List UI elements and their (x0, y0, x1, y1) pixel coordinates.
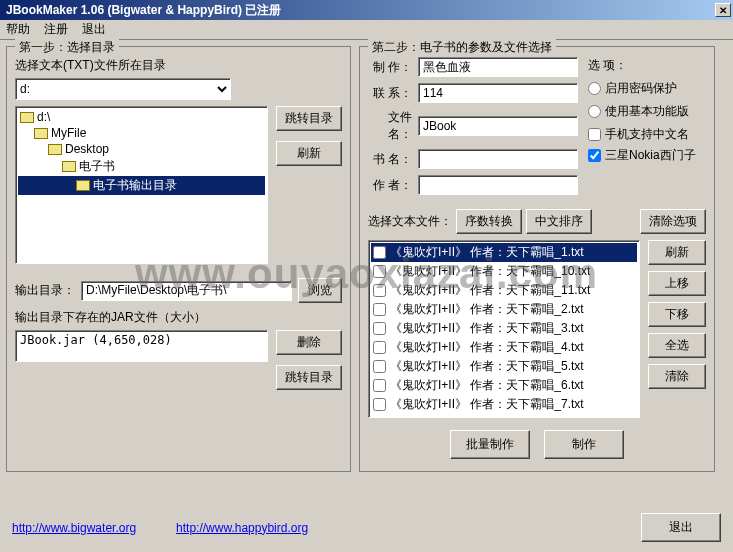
link-bigwater[interactable]: http://www.bigwater.org (12, 521, 136, 535)
file-checkbox[interactable] (373, 360, 386, 373)
file-checkbox[interactable] (373, 284, 386, 297)
file-item[interactable]: 《鬼吹灯I+II》 作者：天下霸唱_5.txt (371, 357, 637, 376)
clear-button[interactable]: 清除 (648, 364, 706, 389)
menu-register[interactable]: 注册 (44, 21, 68, 38)
file-item[interactable]: 《鬼吹灯I+II》 作者：天下霸唱_8.txt (371, 414, 637, 418)
step1-legend: 第一步：选择目录 (15, 39, 119, 56)
basic-radio[interactable] (588, 105, 601, 118)
dir-tree[interactable]: d:\MyFileDesktop电子书电子书输出目录 (15, 106, 268, 264)
file-checkbox[interactable] (373, 417, 386, 418)
bookname-label: 书 名： (368, 151, 412, 168)
file-checkbox[interactable] (373, 379, 386, 392)
move-down-button[interactable]: 下移 (648, 302, 706, 327)
author-label: 作 者： (368, 177, 412, 194)
refresh-files-button[interactable]: 刷新 (648, 240, 706, 265)
cn-checkbox[interactable] (588, 128, 601, 141)
drive-select[interactable]: d: (15, 78, 231, 100)
bookname-input[interactable] (418, 149, 578, 169)
menu-exit[interactable]: 退出 (82, 21, 106, 38)
footer: http://www.bigwater.org http://www.happy… (0, 513, 733, 542)
file-item[interactable]: 《鬼吹灯I+II》 作者：天下霸唱_11.txt (371, 281, 637, 300)
tree-item[interactable]: Desktop (18, 141, 265, 157)
menu-help[interactable]: 帮助 (6, 21, 30, 38)
step2-panel: 第二步：电子书的参数及文件选择 制 作： 联 系： 文件名： 书 名： 作 者：… (359, 46, 715, 472)
filename-label: 文件名： (368, 109, 412, 143)
seq-convert-button[interactable]: 序数转换 (456, 209, 522, 234)
file-item[interactable]: 《鬼吹灯I+II》 作者：天下霸唱_6.txt (371, 376, 637, 395)
options-label: 选 项： (588, 57, 706, 74)
folder-icon (62, 161, 76, 172)
contact-label: 联 系： (368, 85, 412, 102)
select-all-button[interactable]: 全选 (648, 333, 706, 358)
file-item[interactable]: 《鬼吹灯I+II》 作者：天下霸唱_2.txt (371, 300, 637, 319)
file-checkbox[interactable] (373, 246, 386, 259)
refresh-tree-button[interactable]: 刷新 (276, 141, 342, 166)
author-input[interactable] (418, 175, 578, 195)
file-checkbox[interactable] (373, 398, 386, 411)
jar-label: 输出目录下存在的JAR文件（大小） (15, 309, 342, 326)
filename-input[interactable] (418, 116, 578, 136)
file-item[interactable]: 《鬼吹灯I+II》 作者：天下霸唱_7.txt (371, 395, 637, 414)
cn-sort-button[interactable]: 中文排序 (526, 209, 592, 234)
close-icon[interactable]: ✕ (715, 3, 731, 17)
tree-item[interactable]: d:\ (18, 109, 265, 125)
select-files-label: 选择文本文件： (368, 213, 452, 230)
jar-list[interactable]: JBook.jar (4,650,028) (15, 330, 268, 362)
goto-dir2-button[interactable]: 跳转目录 (276, 365, 342, 390)
file-checkbox[interactable] (373, 322, 386, 335)
tree-item[interactable]: MyFile (18, 125, 265, 141)
step1-panel: 第一步：选择目录 选择文本(TXT)文件所在目录 d: d:\MyFileDes… (6, 46, 351, 472)
output-dir-label: 输出目录： (15, 282, 75, 299)
batch-make-button[interactable]: 批量制作 (450, 430, 530, 459)
folder-icon (34, 128, 48, 139)
title-bar: JBookMaker 1.06 (Bigwater & HappyBird) 已… (0, 0, 733, 20)
output-dir-input[interactable] (81, 281, 292, 301)
pwd-radio[interactable] (588, 82, 601, 95)
make-button[interactable]: 制作 (544, 430, 624, 459)
file-item[interactable]: 《鬼吹灯I+II》 作者：天下霸唱_1.txt (371, 243, 637, 262)
folder-icon (20, 112, 34, 123)
step2-legend: 第二步：电子书的参数及文件选择 (368, 39, 556, 56)
goto-dir-button[interactable]: 跳转目录 (276, 106, 342, 131)
file-item[interactable]: 《鬼吹灯I+II》 作者：天下霸唱_4.txt (371, 338, 637, 357)
maker-input[interactable] (418, 57, 578, 77)
samsung-checkbox[interactable] (588, 149, 601, 162)
tree-item[interactable]: 电子书输出目录 (18, 176, 265, 195)
maker-label: 制 作： (368, 59, 412, 76)
exit-button[interactable]: 退出 (641, 513, 721, 542)
contact-input[interactable] (418, 83, 578, 103)
file-checkbox[interactable] (373, 303, 386, 316)
move-up-button[interactable]: 上移 (648, 271, 706, 296)
file-item[interactable]: 《鬼吹灯I+II》 作者：天下霸唱_10.txt (371, 262, 637, 281)
browse-button[interactable]: 浏览 (298, 278, 342, 303)
tree-item[interactable]: 电子书 (18, 157, 265, 176)
file-checkbox[interactable] (373, 265, 386, 278)
txt-dir-label: 选择文本(TXT)文件所在目录 (15, 57, 342, 74)
window-title: JBookMaker 1.06 (Bigwater & HappyBird) 已… (2, 2, 715, 19)
folder-icon (76, 180, 90, 191)
file-list[interactable]: 《鬼吹灯I+II》 作者：天下霸唱_1.txt《鬼吹灯I+II》 作者：天下霸唱… (368, 240, 640, 418)
delete-jar-button[interactable]: 删除 (276, 330, 342, 355)
link-happybird[interactable]: http://www.happybird.org (176, 521, 308, 535)
folder-icon (48, 144, 62, 155)
file-checkbox[interactable] (373, 341, 386, 354)
clear-sel-button[interactable]: 清除选项 (640, 209, 706, 234)
menu-bar: 帮助 注册 退出 (0, 20, 733, 40)
file-item[interactable]: 《鬼吹灯I+II》 作者：天下霸唱_3.txt (371, 319, 637, 338)
